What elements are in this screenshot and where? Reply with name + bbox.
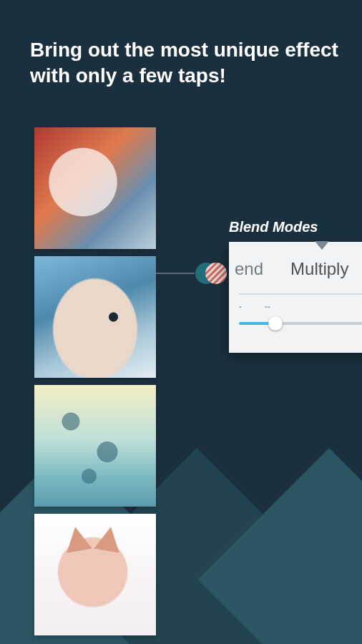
example-thumb[interactable]: [34, 127, 156, 249]
blend-mode-prev[interactable]: end: [235, 259, 263, 279]
example-gallery: [34, 127, 156, 635]
headline: Bring out the most unique effect with on…: [30, 37, 341, 89]
blend-panel: end Multiply - --: [229, 242, 362, 353]
example-thumb[interactable]: [34, 256, 156, 378]
opacity-slider[interactable]: [239, 322, 362, 325]
connector-line: [156, 273, 195, 274]
blend-mode-row[interactable]: end Multiply: [229, 242, 362, 279]
example-thumb[interactable]: [34, 514, 156, 635]
blend-venn-icon: [195, 259, 228, 288]
blend-mode-current[interactable]: Multiply: [290, 259, 348, 279]
slider-tick: --: [265, 302, 270, 312]
chevron-down-icon: [315, 241, 329, 250]
panel-label: Blend Modes: [229, 219, 318, 235]
svg-point-3: [205, 263, 227, 284]
example-thumb[interactable]: [34, 385, 156, 507]
slider-ticks: - --: [239, 302, 362, 316]
slider-knob[interactable]: [268, 316, 283, 331]
divider: [239, 293, 362, 295]
slider-tick: -: [239, 302, 242, 312]
